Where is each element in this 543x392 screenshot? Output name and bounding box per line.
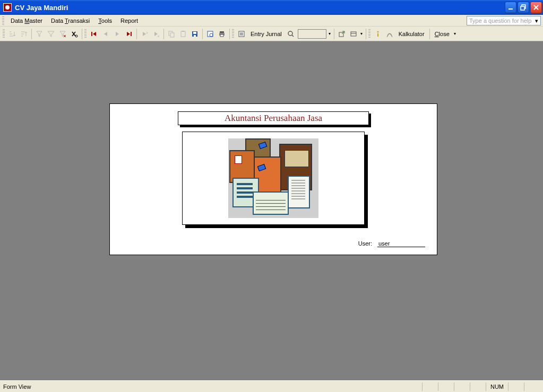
- help-dropdown-icon: ▾: [535, 18, 538, 24]
- entry-jurnal-icon[interactable]: [236, 28, 247, 40]
- tools-dropdown-icon[interactable]: ▾: [359, 28, 364, 40]
- kalkulator-button[interactable]: Kalkulator: [395, 28, 428, 40]
- close-window-button[interactable]: [530, 2, 542, 13]
- svg-rect-21: [351, 32, 356, 36]
- search-icon[interactable]: [285, 28, 297, 40]
- menu-data-transaksi[interactable]: Data Transaksi: [47, 16, 94, 25]
- filter-form-icon[interactable]: [45, 28, 57, 40]
- svg-rect-12: [194, 35, 196, 37]
- kalkulator-icon[interactable]: [384, 28, 395, 40]
- illustration-frame: [182, 132, 365, 225]
- help-search-box[interactable]: Type a question for help ▾: [467, 16, 541, 25]
- svg-rect-8: [181, 31, 185, 37]
- menu-grip[interactable]: [2, 16, 4, 25]
- main-form: Akuntansi Perusahaan Jasa User: user: [109, 103, 437, 255]
- status-cell-3: [454, 382, 470, 391]
- prev-record-icon[interactable]: [100, 28, 111, 40]
- svg-rect-5: [131, 32, 132, 36]
- search-input[interactable]: [298, 29, 326, 39]
- delete-record-icon[interactable]: [150, 28, 162, 40]
- svg-point-19: [288, 31, 292, 36]
- restore-button[interactable]: [518, 2, 529, 13]
- menu-report[interactable]: Report: [116, 16, 142, 25]
- minimize-button[interactable]: [505, 2, 516, 13]
- svg-rect-17: [220, 34, 223, 37]
- svg-rect-9: [182, 31, 184, 32]
- svg-rect-23: [377, 33, 378, 37]
- form-title: Akuntansi Perusahaan Jasa: [178, 111, 369, 125]
- preview-icon[interactable]: [204, 28, 216, 40]
- svg-rect-2: [521, 6, 524, 10]
- app-icon: [3, 3, 12, 12]
- svg-point-3: [75, 35, 77, 37]
- user-label: User:: [358, 240, 372, 247]
- svg-rect-15: [220, 31, 224, 33]
- find-icon[interactable]: [68, 28, 80, 40]
- save-icon[interactable]: [189, 28, 201, 40]
- svg-rect-0: [508, 8, 513, 10]
- status-num: NUM: [486, 382, 508, 391]
- status-mode: Form View: [3, 384, 31, 390]
- new-record-icon[interactable]: [139, 28, 150, 40]
- status-bar: Form View NUM: [0, 380, 543, 392]
- tools-icon[interactable]: [348, 28, 359, 40]
- menu-tools[interactable]: Tools: [94, 16, 116, 25]
- first-record-icon[interactable]: [88, 28, 100, 40]
- toolbar-grip-1[interactable]: [3, 29, 5, 39]
- paste-icon[interactable]: [177, 28, 189, 40]
- user-value: user: [377, 240, 425, 247]
- entry-jurnal-button[interactable]: Entry Jurnal: [247, 28, 285, 40]
- close-button[interactable]: Close: [432, 28, 453, 40]
- mdi-workspace: Akuntansi Perusahaan Jasa User: user: [0, 41, 543, 380]
- search-dropdown-icon[interactable]: ▾: [327, 28, 332, 40]
- status-cell-2: [438, 382, 454, 391]
- status-cell-1: [422, 382, 438, 391]
- copy-icon[interactable]: [166, 28, 177, 40]
- last-record-icon[interactable]: [123, 28, 135, 40]
- help-placeholder: Type a question for help: [469, 18, 531, 24]
- export-icon[interactable]: [336, 28, 348, 40]
- illustration-icon: [228, 138, 318, 218]
- toolbar-grip-2[interactable]: [84, 29, 87, 39]
- filter-selection-icon[interactable]: [33, 28, 45, 40]
- print-icon[interactable]: [216, 28, 228, 40]
- status-cell-7: [524, 382, 540, 391]
- svg-rect-11: [193, 32, 196, 34]
- toolbar-grip-3[interactable]: [232, 29, 234, 39]
- status-cell-6: [508, 382, 524, 391]
- status-cell-4: [470, 382, 486, 391]
- window-titlebar: CV Jaya Mandiri: [0, 0, 543, 15]
- svg-rect-4: [91, 32, 92, 36]
- sort-asc-icon[interactable]: [6, 28, 18, 40]
- close-dropdown-icon[interactable]: ▾: [453, 28, 458, 40]
- next-record-icon[interactable]: [111, 28, 123, 40]
- toolbar-grip-4[interactable]: [368, 29, 370, 39]
- info-icon[interactable]: [372, 28, 384, 40]
- menu-bar: Data Master Data Transaksi Tools Report …: [0, 15, 543, 27]
- remove-filter-icon[interactable]: [57, 28, 68, 40]
- svg-point-22: [377, 31, 378, 32]
- sort-desc-icon[interactable]: [18, 28, 30, 40]
- toolbar: Entry Jurnal ▾ ▾ Kalkulator Close ▾: [0, 27, 543, 41]
- menu-data-master[interactable]: Data Master: [6, 16, 47, 25]
- svg-rect-7: [170, 33, 174, 37]
- window-title: CV Jaya Mandiri: [15, 4, 505, 12]
